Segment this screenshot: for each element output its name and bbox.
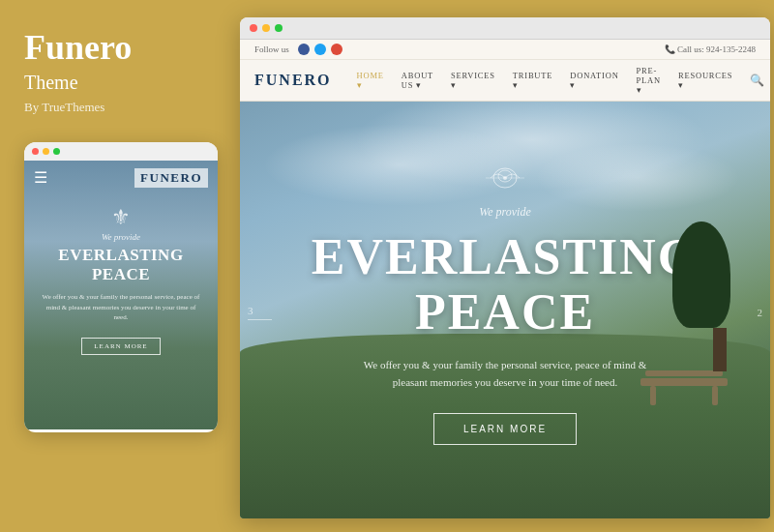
mobile-heading: EVERLASTING PEACE (34, 246, 208, 285)
browser-dot-green (275, 24, 283, 32)
brand-by: By TrueThemes (24, 100, 213, 115)
nav-item-tribute[interactable]: TRIBUTE ▾ (513, 71, 552, 90)
mobile-nav: ☰ FUNERO (24, 161, 218, 195)
googleplus-icon[interactable] (331, 44, 342, 55)
site-logo[interactable]: FUNERO (254, 72, 332, 89)
browser-title-bar (240, 17, 770, 40)
hero-we-provide: We provide (479, 205, 530, 220)
facebook-icon[interactable] (298, 44, 310, 55)
site-nav: FUNERO HOME ▾ ABOUT US ▾ SERVICES ▾ TRIB… (240, 60, 770, 102)
nav-item-resources[interactable]: RESOURCES ▾ (678, 71, 732, 90)
nav-item-services[interactable]: SERVICES ▾ (451, 71, 495, 90)
browser-dot-yellow (262, 24, 270, 32)
mobile-hamburger-icon: ☰ (34, 168, 47, 187)
mobile-title-bar (24, 142, 218, 161)
mobile-dot-green (53, 148, 60, 155)
mobile-logo: FUNERO (134, 168, 208, 188)
mobile-ornament-icon: ⚜ (34, 205, 208, 230)
nav-item-preplan[interactable]: PRE-PLAN ▾ (637, 66, 661, 95)
mobile-content: ☰ FUNERO ⚜ We provide EVERLASTING PEACE … (24, 161, 218, 429)
nav-item-donation[interactable]: DONATION ▾ (570, 71, 618, 90)
search-icon[interactable]: 🔍 (750, 74, 764, 88)
hero-learn-more-button[interactable]: LEARN MORE (433, 413, 577, 445)
nav-item-home[interactable]: HOME ▾ (357, 71, 384, 90)
browser-mockup: Follow us 📞 Call us: 924-135-2248 FUNERO… (240, 17, 770, 518)
nav-actions: 🔍 ☰ (750, 73, 770, 89)
browser-dot-red (250, 24, 257, 32)
social-icons: Follow us (254, 44, 342, 55)
tree-right (691, 222, 749, 371)
site-header-bar: Follow us 📞 Call us: 924-135-2248 (240, 40, 770, 60)
hero-section: 3 2 We provide EVERLASTING PEACE (240, 102, 770, 518)
mobile-hero: ⚜ We provide EVERLASTING PEACE We offer … (24, 195, 218, 355)
hero-ornament-icon (476, 161, 534, 201)
brand-subtitle: Theme (24, 72, 213, 94)
mobile-dot-yellow (43, 148, 49, 155)
nav-item-about[interactable]: ABOUT US ▾ (402, 71, 433, 90)
left-panel: Funero Theme By TrueThemes ☰ FUNERO ⚜ We… (0, 0, 237, 532)
phone-info: 📞 Call us: 924-135-2248 (665, 44, 756, 54)
phone-icon: 📞 (665, 44, 677, 54)
hero-title: EVERLASTING PEACE (312, 229, 700, 340)
phone-number: 924-135-2248 (706, 44, 756, 54)
mobile-learn-more-button[interactable]: LEARN MORE (81, 338, 160, 355)
mobile-dot-red (32, 148, 39, 155)
twitter-icon[interactable] (314, 44, 326, 55)
mobile-we-provide: We provide (34, 232, 208, 242)
hero-body-text: We offer you & your family the personal … (360, 356, 650, 392)
brand-title: Funero (24, 29, 213, 68)
mobile-mockup: ☰ FUNERO ⚜ We provide EVERLASTING PEACE … (24, 142, 218, 432)
phone-label: Call us: (677, 44, 704, 54)
mobile-body-text: We offer you & your family the personal … (34, 292, 208, 323)
follow-us-label: Follow us (254, 44, 289, 54)
